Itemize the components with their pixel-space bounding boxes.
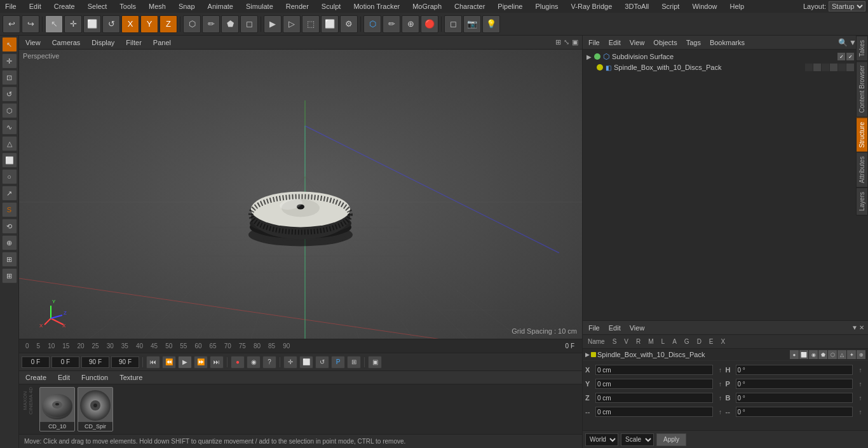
pb-play[interactable]: ▶ [178, 356, 192, 369]
om-search-icon[interactable]: 🔍 [838, 38, 848, 47]
poly-mode-button[interactable]: ⬟ [221, 15, 239, 33]
menu-3dtoall[interactable]: 3DToAll [622, 1, 651, 11]
object-mode-button[interactable]: ⬡ [183, 15, 201, 33]
vp-view-menu[interactable]: View [23, 39, 43, 46]
tool-smooth[interactable]: S [2, 202, 17, 217]
menu-window[interactable]: Window [689, 1, 719, 11]
redo-button[interactable]: ↪ [22, 15, 39, 33]
menu-simulate[interactable]: Simulate [243, 1, 276, 11]
menu-file[interactable]: File [3, 1, 19, 11]
playback-end2-field[interactable] [111, 356, 139, 368]
tool-object[interactable]: ⬡ [2, 103, 17, 118]
world-select[interactable]: World [585, 433, 618, 446]
obj-item-subdivision[interactable]: ▶ ⬡ Subdivision Surface ✓ ✓ [584, 51, 867, 62]
pb-grid[interactable]: ⊞ [347, 356, 361, 369]
tab-attributes[interactable]: Attributes [856, 152, 868, 187]
tool-box[interactable]: ⬜ [2, 153, 17, 168]
menu-snap[interactable]: Snap [176, 1, 198, 11]
om-objects[interactable]: Objects [651, 39, 679, 46]
tool-move[interactable]: ✛ [2, 53, 17, 69]
tool-sculpt[interactable]: ⊕ [2, 235, 17, 250]
obj-ctrl-check2[interactable]: ✓ [846, 53, 854, 60]
scale-select[interactable]: Scale [621, 433, 654, 446]
transform-x-button[interactable]: X [121, 15, 139, 33]
coord-rot-b[interactable] [736, 393, 853, 403]
menu-animate[interactable]: Animate [205, 1, 236, 11]
pb-goto-end[interactable]: ⏭ [210, 356, 224, 369]
connect-obj-button[interactable]: ✏ [383, 15, 400, 33]
render-view-button[interactable]: ▶ [264, 15, 281, 33]
viewport-canvas[interactable]: Perspective [19, 50, 582, 339]
vp-filter-menu[interactable]: Filter [123, 39, 144, 46]
tool-polygon[interactable]: △ [2, 136, 17, 151]
attr-more-icon[interactable]: ▼ [851, 324, 858, 331]
menu-edit[interactable]: Edit [27, 1, 44, 11]
attr-close-icon[interactable]: ✕ [859, 324, 864, 331]
move-tool-button[interactable]: ✛ [64, 15, 82, 33]
menu-mograph[interactable]: MoGraph [410, 1, 444, 11]
om-view[interactable]: View [628, 39, 647, 46]
vp-panel-menu[interactable]: Panel [151, 39, 173, 46]
tab-takes[interactable]: Takes [856, 36, 868, 61]
attr-row-spindle[interactable]: ▶ Spindle_Box_with_10_Discs_Pack ● ⬜ ◉ ⬟… [583, 349, 868, 361]
tool-select[interactable]: ↖ [2, 37, 17, 52]
menu-mesh[interactable]: Mesh [146, 1, 168, 11]
menu-sculpt[interactable]: Sculpt [319, 1, 344, 11]
menu-help[interactable]: Help [728, 1, 747, 11]
edge-mode-button[interactable]: ✏ [202, 15, 220, 33]
attr-ctrl-3[interactable]: ◉ [809, 350, 818, 359]
menu-vray[interactable]: V-Ray Bridge [569, 1, 615, 11]
material-thumb-cdspir[interactable]: CD_Spir [78, 387, 113, 431]
pb-keyframe[interactable]: ? [262, 356, 276, 369]
obj-expand-icon[interactable]: ▶ [587, 53, 592, 60]
tool-spline[interactable]: ∿ [2, 119, 17, 135]
vp-cameras-menu[interactable]: Cameras [50, 39, 83, 46]
render-settings-button[interactable]: ⚙ [340, 15, 358, 33]
coord-size-h[interactable] [736, 407, 853, 417]
menu-pipeline[interactable]: Pipeline [495, 1, 525, 11]
attr-expand-icon[interactable]: ▶ [585, 351, 590, 358]
rotate-tool-button[interactable]: ↺ [102, 15, 120, 33]
attr-ctrl-8[interactable]: ⊕ [857, 350, 865, 359]
select-tool-button[interactable]: ↖ [45, 15, 63, 33]
pb-autokey[interactable]: ◉ [247, 356, 261, 369]
scale-tool-button[interactable]: ⬜ [83, 15, 101, 33]
menu-select[interactable]: Select [85, 1, 110, 11]
tool-paint[interactable]: ⊞ [2, 268, 17, 283]
pb-record[interactable]: ● [231, 356, 245, 369]
ungroup-button[interactable]: 🔴 [421, 15, 438, 33]
obj-item-spindle[interactable]: ◧ Spindle_Box_with_10_Discs_Pack [584, 62, 867, 72]
transform-y-button[interactable]: Y [140, 15, 158, 33]
coord-size-x[interactable] [595, 407, 713, 417]
light-button[interactable]: 💡 [482, 15, 500, 33]
mat-edit[interactable]: Edit [55, 374, 72, 381]
tab-content-browser[interactable]: Content Browser [856, 61, 868, 117]
pb-rotate-keys[interactable]: ↺ [315, 356, 329, 369]
tab-structure[interactable]: Structure [856, 118, 868, 153]
attr-view[interactable]: View [628, 324, 647, 332]
playback-current-field[interactable] [51, 356, 79, 368]
coord-pos-y[interactable] [595, 379, 713, 389]
pb-step-fwd[interactable]: ⏩ [194, 356, 208, 369]
menu-script[interactable]: Script [659, 1, 682, 11]
tool-circle[interactable]: ○ [2, 169, 17, 184]
tool-rotate[interactable]: ↺ [2, 86, 17, 102]
apply-button[interactable]: Apply [656, 433, 686, 446]
mat-function[interactable]: Function [79, 374, 111, 381]
tab-layers[interactable]: Layers [856, 187, 868, 215]
obj-ctrl-check1[interactable]: ✓ [837, 53, 845, 60]
menu-plugins[interactable]: Plugins [532, 1, 560, 11]
menu-character[interactable]: Character [452, 1, 487, 11]
layout-select[interactable]: Startup [829, 1, 865, 11]
playback-start-field[interactable] [22, 356, 50, 368]
mat-create[interactable]: Create [23, 374, 49, 381]
render-region-button[interactable]: ⬚ [302, 15, 320, 33]
attr-ctrl-7[interactable]: ✦ [847, 350, 856, 359]
coord-pos-z[interactable] [595, 393, 713, 403]
mat-texture[interactable]: Texture [117, 374, 145, 381]
pb-step-back[interactable]: ⏪ [162, 356, 176, 369]
attr-ctrl-5[interactable]: ⬡ [828, 350, 837, 359]
attr-ctrl-2[interactable]: ⬜ [799, 350, 808, 359]
uv-mode-button[interactable]: ◻ [240, 15, 258, 33]
menu-motion-tracker[interactable]: Motion Tracker [351, 1, 402, 11]
